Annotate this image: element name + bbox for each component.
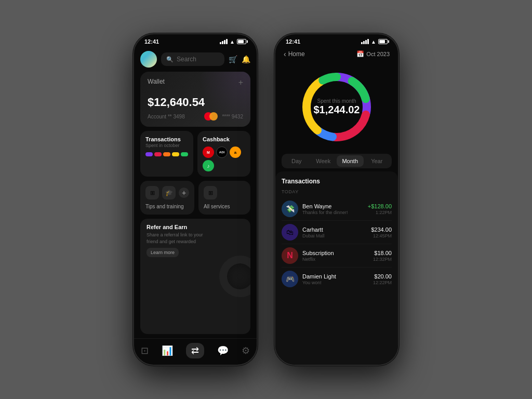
cashback-card[interactable]: Cashback M ADI a ♪: [197, 131, 250, 177]
calendar-icon: 📅: [356, 50, 364, 58]
refer-title: Refer and Earn: [147, 224, 244, 230]
spending-chart: Spent this month $1,244.02: [275, 61, 398, 151]
learn-more-button[interactable]: Learn more: [147, 248, 179, 257]
cashback-logos: M ADI a ♪: [203, 147, 245, 171]
carhartt-time: 12:45PM: [371, 233, 392, 238]
netflix-amount-block: $18.00 12:32PM: [373, 250, 392, 262]
transactions-title: Transactions: [145, 136, 188, 142]
qr-icon: ⊞: [145, 186, 159, 200]
bell-icon[interactable]: 🔔: [242, 55, 250, 63]
ben-wayne-amount-block: +$128.00 1:22PM: [368, 203, 392, 215]
carhartt-sub: Dubai Mall: [302, 233, 367, 238]
dot-purple: [145, 152, 153, 156]
refer-description: Share a referral link to your friend and…: [147, 232, 209, 245]
damien-amount: $20.00: [373, 273, 392, 280]
refer-card[interactable]: Refer and Earn Share a referral link to …: [140, 219, 250, 334]
cart-icon[interactable]: 🛒: [229, 55, 237, 63]
carhartt-info: Carhartt Dubai Mall: [302, 227, 367, 238]
dot-yellow: [172, 152, 179, 156]
ben-wayne-time: 1:22PM: [368, 210, 392, 215]
tips-card[interactable]: ⊞ 🎓 + Tips and training: [140, 181, 194, 215]
mcdonalds-logo: M: [203, 147, 214, 158]
carhartt-amount-block: $234.00 12:45PM: [371, 227, 392, 238]
refer-decoration: [219, 256, 250, 297]
carhartt-icon: 🛍: [282, 224, 298, 241]
info-cards-row: Transactions Spent in october Cashback M…: [140, 131, 250, 177]
status-bar-2: 12:41 ▲: [275, 34, 398, 47]
amazon-logo: a: [230, 147, 241, 158]
home-nav[interactable]: ⊡: [141, 345, 149, 356]
date-selector[interactable]: 📅 Oct 2023: [356, 50, 390, 58]
tab-day[interactable]: Day: [283, 155, 310, 167]
tips-label: Tips and training: [145, 204, 189, 209]
ben-wayne-name: Ben Wayne: [302, 203, 364, 209]
time-1: 12:41: [144, 38, 159, 45]
add-service-button[interactable]: +: [179, 188, 189, 198]
back-label: Home: [288, 50, 305, 58]
status-icons-1: ▲: [220, 39, 246, 45]
netflix-time: 12:32PM: [373, 257, 392, 262]
chat-nav[interactable]: 💬: [217, 345, 229, 356]
transaction-damien[interactable]: 🎮 Damien Light You won! $20.00 12:22PM: [282, 268, 392, 290]
battery-icon-2: [378, 39, 388, 44]
spotify-logo: ♪: [203, 160, 214, 171]
ben-wayne-sub: Thanks for the dinner!: [302, 210, 364, 215]
all-services-label: All services: [204, 204, 245, 209]
netflix-amount: $18.00: [373, 250, 392, 256]
transaction-dots: [145, 152, 188, 156]
adidas-logo: ADI: [216, 147, 228, 158]
wallet-account: Account ** 3498: [148, 114, 185, 119]
avatar[interactable]: [140, 51, 157, 68]
status-icons-2: ▲: [361, 39, 388, 45]
tab-week[interactable]: Week: [310, 155, 337, 167]
carhartt-name: Carhartt: [302, 227, 367, 233]
search-placeholder: Search: [177, 56, 196, 63]
chart-center: Spent this month $1,244.02: [314, 98, 360, 116]
wifi-icon-2: ▲: [371, 39, 376, 45]
transactions-card[interactable]: Transactions Spent in october: [140, 131, 193, 177]
netflix-name: Subscription: [302, 250, 369, 256]
wifi-icon: ▲: [230, 39, 235, 45]
tab-month[interactable]: Month: [337, 155, 364, 167]
time-2: 12:41: [286, 38, 300, 45]
transaction-carhartt[interactable]: 🛍 Carhartt Dubai Mall $234.00 12:45PM: [282, 221, 392, 244]
transaction-netflix[interactable]: N Subscription Netflix $18.00 12:32PM: [282, 244, 392, 268]
damien-icon: 🎮: [282, 271, 298, 287]
dot-red: [154, 152, 162, 156]
search-icon: 🔍: [166, 56, 174, 63]
wallet-card[interactable]: Wallet + $12,640.54 Account ** 3498 ****…: [140, 72, 250, 127]
stats-nav[interactable]: 📊: [162, 345, 173, 356]
damien-name: Damien Light: [302, 273, 369, 280]
damien-amount-block: $20.00 12:22PM: [373, 273, 392, 285]
spent-amount: $1,244.02: [314, 104, 360, 116]
damien-time: 12:22PM: [373, 280, 392, 285]
transaction-ben-wayne[interactable]: 💸 Ben Wayne Thanks for the dinner! +$128…: [282, 197, 392, 221]
carhartt-amount: $234.00: [371, 227, 392, 233]
settings-nav[interactable]: ⚙: [242, 345, 250, 356]
spent-label: Spent this month: [314, 98, 360, 104]
phone-2: 12:41 ▲ ‹ Home 📅 Oct 2023: [274, 33, 399, 366]
search-bar[interactable]: 🔍 Search: [161, 52, 224, 66]
netflix-icon: N: [282, 247, 298, 264]
wallet-add-button[interactable]: +: [238, 78, 243, 87]
status-bar-1: 12:41 ▲: [134, 34, 257, 47]
ben-wayne-info: Ben Wayne Thanks for the dinner!: [302, 203, 364, 215]
damien-info: Damien Light You won!: [302, 273, 369, 285]
transactions-date: TODAY: [282, 189, 392, 194]
ben-wayne-amount: +$128.00: [368, 203, 392, 209]
tab-year[interactable]: Year: [364, 155, 391, 167]
transfer-nav[interactable]: ⇄: [186, 343, 204, 358]
header-2: ‹ Home 📅 Oct 2023: [275, 47, 398, 61]
all-services-card[interactable]: ⊞ All services: [198, 181, 250, 215]
signal-icon: [220, 39, 228, 44]
bottom-nav-1: ⊡ 📊 ⇄ 💬 ⚙: [134, 338, 257, 365]
signal-icon-2: [361, 39, 369, 44]
transactions-section: Transactions TODAY 💸 Ben Wayne Thanks fo…: [275, 171, 398, 365]
dot-green: [181, 152, 188, 156]
back-chevron-icon: ‹: [284, 50, 286, 58]
damien-sub: You won!: [302, 280, 369, 285]
back-button[interactable]: ‹ Home: [284, 50, 305, 58]
header-1: 🔍 Search 🛒 🔔: [140, 51, 250, 68]
service-row: ⊞ 🎓 + Tips and training ⊞ All services: [140, 181, 250, 215]
tips-icons: ⊞ 🎓 +: [145, 186, 189, 200]
